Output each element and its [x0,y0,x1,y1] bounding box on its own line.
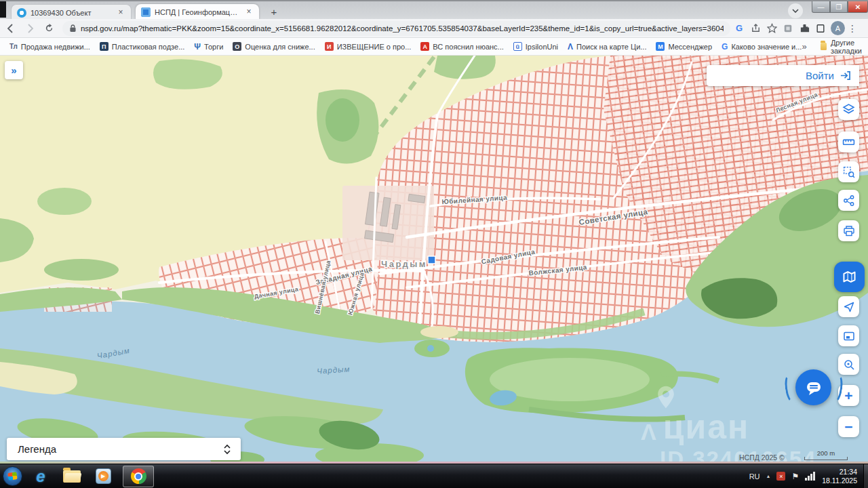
browser-toolbar: nspd.gov.ru/map?thematic=PKK&zoom=15&coo… [0,19,868,38]
bookmark-label: Торги [204,43,223,51]
legend-label: Легенда [18,443,56,455]
bookmark-label: Поиск на карте Ци... [576,43,646,51]
bookmark-label: IpsilonUni [526,43,558,51]
bookmark-favicon: A [420,42,429,51]
extension-icon[interactable] [781,21,795,36]
map-viewport[interactable]: Юбилейная улица Советская улица Садовая … [0,56,868,462]
bookmark-favicon: Ψ [194,42,201,51]
bookmark-label: ВС пояснил нюанс... [433,43,503,51]
profile-avatar[interactable]: A [831,21,845,35]
minimap-button[interactable] [838,325,859,346]
bookmark-label: Оценка для сниже... [245,43,315,51]
close-button[interactable]: ✕ [848,1,868,13]
bookmark-item[interactable]: ООценка для сниже... [233,42,315,51]
taskbar-clock[interactable]: 21:34 18.11.2025 [822,468,857,485]
flag-icon[interactable]: ⚑ [791,472,799,481]
bookmark-favicon: Λ [568,42,573,51]
sidebar-expand-button[interactable]: » [5,61,23,79]
bookmark-item[interactable]: ММессенджер [656,42,712,51]
bookmarks-bar: ТлПродажа недвижи... ППластиковая подзе.… [0,38,868,56]
media-player-icon: ▶ [96,468,111,484]
tray-expand-icon[interactable]: ▲ [766,474,771,479]
bookmark-favicon: И [325,42,334,51]
internet-explorer-button[interactable]: e [28,466,54,487]
bookmark-item[interactable]: ППластиковая подзе... [100,42,185,51]
show-desktop-button[interactable] [863,464,868,488]
navigation-arrow-icon [843,301,855,313]
address-bar[interactable]: nspd.gov.ru/map?thematic=PKK&zoom=15&coo… [62,21,730,36]
measure-button[interactable] [838,131,859,152]
bookmark-favicon: П [100,42,108,51]
login-bar[interactable]: Войти [707,65,859,86]
window-corner [0,1,6,18]
system-tray: RU ▲ × ⚑ 21:34 18.11.2025 [749,464,868,488]
folder-icon [821,43,827,50]
taskbar: e ▶ RU ▲ × ⚑ 21:34 18.11.2025 [0,464,868,488]
bookmark-label: ИЗВЕЩЕНИЕ о про... [337,43,412,51]
google-extension-icon[interactable]: G [732,21,747,36]
active-map-tool-button[interactable] [834,262,865,292]
minimap-icon [843,330,855,342]
bookmark-item[interactable]: ūIpsilonUni [513,42,558,51]
tab-object[interactable]: 10369430 Объект × [11,4,132,20]
legend-panel[interactable]: Легенда [7,438,241,460]
tab-favicon [141,7,151,17]
minimize-button[interactable]: — [812,1,830,13]
search-on-map-button[interactable] [838,354,859,375]
media-player-button[interactable]: ▶ [90,466,116,487]
bookmark-star-icon[interactable] [764,21,779,36]
file-explorer-button[interactable] [59,466,85,487]
share-map-button[interactable] [838,190,859,211]
login-icon [840,70,851,81]
pin-icon [656,385,676,409]
share-icon[interactable] [748,21,763,36]
area-search-button[interactable] [838,161,859,182]
back-arrow-icon [5,23,16,34]
share-icon [843,195,855,207]
scale-bar: 200 m [804,449,848,460]
back-button[interactable] [3,20,19,37]
cian-watermark: Λ циан ID 324010654 [641,385,816,472]
locate-button[interactable] [838,296,859,317]
industrial-area [342,186,434,260]
menu-dots-icon[interactable]: ⋮ [848,23,857,34]
other-bookmarks-button[interactable]: Другие закладки [821,39,866,55]
collapse-expand-icon[interactable] [223,444,231,455]
scale-line [804,457,848,460]
selected-object-marker[interactable] [428,256,435,264]
clock-date: 18.11.2025 [822,476,857,485]
ruler-icon [842,136,855,148]
tab-nspd[interactable]: НСПД | Геоинформационный п × [136,4,259,20]
bookmark-item[interactable]: ИИЗВЕЩЕНИЕ о про... [325,42,412,51]
forward-button[interactable] [22,20,38,37]
bookmark-item[interactable]: ΛПоиск на карте Ци... [568,42,646,51]
new-tab-button[interactable]: + [267,5,281,19]
scale-label: 200 m [804,449,848,457]
language-indicator[interactable]: RU [749,472,760,481]
tab-close-icon[interactable]: × [116,8,125,18]
bookmark-item[interactable]: AВС пояснил нюанс... [420,42,503,51]
bookmark-item[interactable]: ΨТорги [194,42,223,51]
other-bookmarks-label: Другие закладки [831,39,866,55]
start-button[interactable] [3,466,22,486]
puzzle-icon[interactable] [797,21,812,36]
bookmark-item[interactable]: ТлПродажа недвижи... [9,42,90,51]
tab-close-icon[interactable]: × [244,7,254,17]
layers-icon [842,103,855,116]
print-button[interactable] [838,220,859,241]
ie-icon: e [36,467,45,486]
bookmarks-overflow-button[interactable]: » [802,41,806,52]
tab-search-button[interactable] [788,3,803,18]
network-signal-icon[interactable] [805,472,816,481]
restore-button[interactable]: ❐ [830,1,848,13]
bookmark-item[interactable]: GКаково значение и... [722,42,802,51]
action-center-alert-icon[interactable]: × [776,472,785,481]
reload-icon [44,23,54,33]
zoom-out-button[interactable]: − [838,416,859,437]
reload-button[interactable] [41,20,57,37]
chrome-taskbar-button[interactable] [123,466,154,487]
layers-button[interactable] [838,99,859,120]
reading-list-icon[interactable] [813,21,828,36]
forward-arrow-icon [24,23,35,34]
bookmark-label: Мессенджер [668,43,712,51]
